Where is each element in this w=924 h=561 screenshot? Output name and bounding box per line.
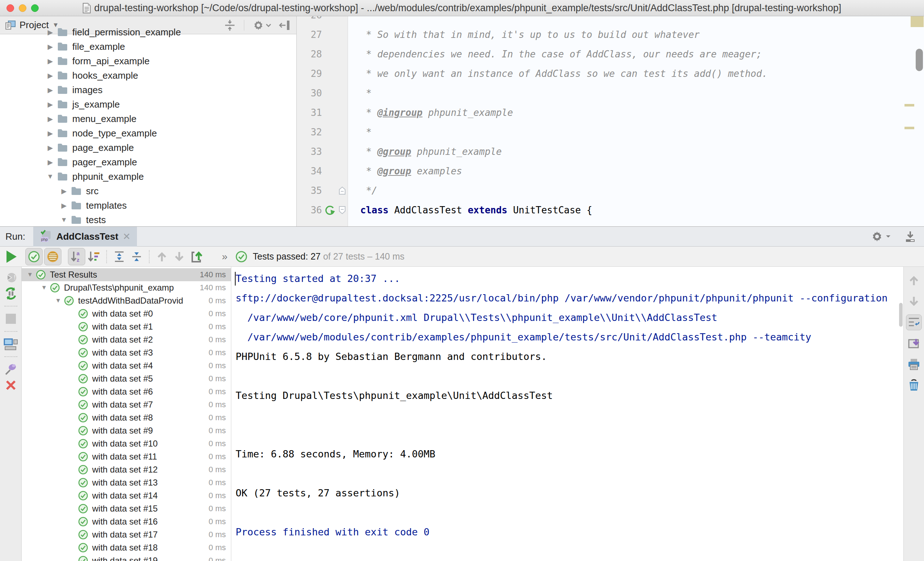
test-tree-row[interactable]: with data set #50 ms (22, 372, 231, 385)
next-failed-test-button[interactable] (171, 248, 188, 265)
project-tree-item-label: field_permission_example (72, 27, 181, 38)
test-tree-row[interactable]: with data set #80 ms (22, 411, 231, 424)
run-test-gutter-icon[interactable] (323, 204, 336, 216)
chevron-collapsed-icon[interactable]: ▶ (44, 129, 57, 138)
chevron-expanded-icon[interactable]: ▼ (39, 284, 50, 291)
test-tree-row[interactable]: with data set #10 ms (22, 320, 231, 333)
scroll-to-end-icon[interactable] (906, 335, 922, 351)
test-tree-row[interactable]: ▼testAddWithBadDataProvid0 ms (22, 294, 231, 307)
run-console[interactable]: Testing started at 20:37 ...sftp://docke… (231, 267, 903, 561)
gear-icon[interactable] (870, 230, 891, 243)
chevron-collapsed-icon[interactable]: ▶ (44, 43, 57, 51)
chevron-collapsed-icon[interactable]: ▶ (44, 144, 57, 152)
chevron-collapsed-icon[interactable]: ▶ (44, 72, 57, 80)
test-tree-row[interactable]: with data set #120 ms (22, 463, 231, 476)
test-tree-row[interactable]: with data set #30 ms (22, 346, 231, 359)
chevron-expanded-icon[interactable]: ▼ (44, 172, 57, 181)
test-tree-row[interactable]: with data set #100 ms (22, 437, 231, 450)
project-tree-item[interactable]: ▶js_example (0, 97, 296, 112)
soft-wrap-icon[interactable] (906, 314, 922, 330)
test-duration: 0 ms (206, 515, 226, 528)
sort-by-duration-button[interactable] (85, 248, 103, 265)
expand-all-button[interactable] (111, 248, 128, 265)
chevron-collapsed-icon[interactable]: ▶ (44, 86, 57, 94)
chevron-expanded-icon[interactable]: ▼ (25, 271, 35, 278)
test-tree-row[interactable]: with data set #150 ms (22, 502, 231, 515)
minimize-window-button[interactable] (19, 4, 26, 12)
test-tree-row[interactable]: ▼Test Results140 ms (22, 268, 231, 281)
chevron-collapsed-icon[interactable]: ▶ (57, 202, 71, 210)
test-history-button[interactable] (188, 248, 205, 265)
test-tree-row[interactable]: with data set #60 ms (22, 385, 231, 398)
stop-icon[interactable] (3, 311, 19, 327)
project-tree-item[interactable]: ▶menu_example (0, 112, 296, 126)
project-tree-item[interactable]: ▶node_type_example (0, 126, 296, 141)
chevron-collapsed-icon[interactable]: ▶ (44, 158, 57, 166)
editor-code-area[interactable]: * So with that in mind, it's up to us to… (348, 16, 924, 226)
project-tree-item[interactable]: ▶file_example (0, 39, 296, 54)
code-editor[interactable]: 2627282930313233343536 * So with that in… (297, 16, 924, 226)
project-tree-item[interactable]: ▶field_permission_example (0, 25, 296, 39)
project-tree-item[interactable]: ▼tests (0, 212, 296, 226)
test-tree-row[interactable]: with data set #70 ms (22, 398, 231, 411)
test-tree-row[interactable]: with data set #40 ms (22, 359, 231, 372)
project-tree-item[interactable]: ▶templates (0, 198, 296, 212)
toggle-show-passed-button[interactable] (25, 248, 43, 265)
test-tree-row[interactable]: with data set #20 ms (22, 333, 231, 346)
chevron-collapsed-icon[interactable]: ▶ (44, 28, 57, 36)
print-icon[interactable] (906, 356, 922, 372)
chevron-collapsed-icon[interactable]: ▶ (57, 187, 71, 195)
restore-layout-icon[interactable] (3, 336, 19, 352)
project-tree-item[interactable]: ▶hooks_example (0, 68, 296, 83)
project-tree-item[interactable]: ▶form_api_example (0, 54, 296, 68)
test-tree-row[interactable]: with data set #110 ms (22, 450, 231, 463)
project-tree-item[interactable]: ▶src (0, 184, 296, 198)
close-icon[interactable] (3, 377, 19, 393)
chevron-expanded-icon[interactable]: ▼ (53, 297, 64, 304)
chevron-collapsed-icon[interactable]: ▶ (44, 115, 57, 123)
test-name: Drupal\Tests\phpunit_examp (64, 283, 174, 293)
test-passed-icon (78, 412, 88, 423)
hide-tool-window-icon[interactable] (904, 230, 917, 243)
test-tree-row[interactable]: with data set #190 ms (22, 554, 231, 561)
test-tree-row[interactable]: with data set #00 ms (22, 307, 231, 320)
clear-all-icon[interactable] (906, 377, 922, 393)
close-tab-icon[interactable]: ✕ (123, 231, 130, 242)
project-tree-item[interactable]: ▶page_example (0, 141, 296, 155)
zoom-window-button[interactable] (31, 4, 39, 12)
rerun-button[interactable] (3, 248, 20, 265)
test-tree-row[interactable]: with data set #140 ms (22, 489, 231, 502)
test-name: with data set #10 (92, 438, 158, 449)
fold-region-start-icon[interactable] (338, 205, 346, 215)
toggle-show-ignored-button[interactable] (44, 248, 62, 265)
up-stacktrace-icon[interactable] (906, 272, 922, 289)
chevron-collapsed-icon[interactable]: ▶ (44, 57, 57, 65)
test-tree-row[interactable]: with data set #180 ms (22, 541, 231, 554)
project-tree-item[interactable]: ▶pager_example (0, 155, 296, 169)
run-left-toolbar: ! (0, 267, 22, 561)
test-tree-row[interactable]: with data set #130 ms (22, 476, 231, 489)
test-tree-row[interactable]: with data set #90 ms (22, 424, 231, 437)
project-tree-item[interactable]: ▶images (0, 83, 296, 97)
test-tree-row[interactable]: with data set #160 ms (22, 515, 231, 528)
close-window-button[interactable] (6, 4, 14, 12)
pin-tab-icon[interactable] (3, 361, 19, 377)
project-tree-item-label: pager_example (72, 157, 137, 168)
run-tab[interactable]: php AddClassTest ✕ (33, 227, 137, 247)
show-more-icon[interactable]: » (222, 251, 228, 262)
test-tree-row[interactable]: with data set #170 ms (22, 528, 231, 541)
project-tree-item[interactable]: ▼phpunit_example (0, 169, 296, 184)
fold-region-end-icon[interactable] (338, 186, 346, 195)
chevron-collapsed-icon[interactable]: ▶ (44, 100, 57, 109)
folder-icon (57, 143, 68, 153)
console-scrollbar-thumb[interactable] (899, 303, 903, 327)
chevron-expanded-icon[interactable]: ▼ (57, 216, 71, 224)
previous-failed-test-button[interactable] (153, 248, 171, 265)
sort-alphabetically-button[interactable]: az (68, 248, 85, 265)
rerun-tests-icon[interactable] (3, 286, 19, 301)
collapse-all-button[interactable] (128, 248, 145, 265)
down-stacktrace-icon[interactable] (906, 293, 922, 310)
test-tree-row[interactable]: ▼Drupal\Tests\phpunit_examp140 ms (22, 281, 231, 294)
rerun-failed-tests-icon[interactable]: ! (3, 270, 19, 286)
test-passed-icon (78, 490, 88, 501)
